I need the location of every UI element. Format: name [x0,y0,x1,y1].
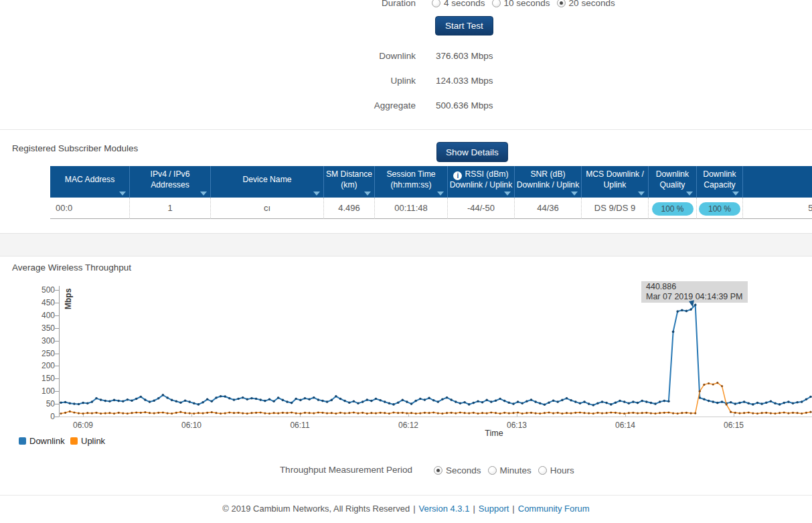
column-header-snr-db-downlink-uplink[interactable]: SNR (dB) Downlink / Uplink [515,166,582,198]
radio-icon[interactable] [434,466,442,475]
radio-period-minutes[interactable]: Minutes [488,465,532,475]
column-header-mcs-downlink-uplink[interactable]: MCS Downlink / Uplink [582,166,649,198]
column-header-ipv4-ipv6-addresses[interactable]: IPv4 / IPv6 Addresses [130,166,211,198]
legend-uplink-label: Uplink [81,436,105,446]
downlink-marker [632,400,635,403]
throughput-plot[interactable] [60,287,812,418]
downlink-marker [738,402,741,404]
uplink-marker [770,413,772,415]
uplink-line [61,383,811,414]
downlink-label: Downlink [268,51,416,61]
column-header-mac-address[interactable]: MAC Address [50,166,130,198]
downlink-marker [237,398,240,400]
uplink-marker [331,412,333,414]
column-header-downlink-quality[interactable]: Downlink Quality [649,166,697,198]
downlink-marker [255,398,258,400]
sort-arrow-icon[interactable] [200,192,207,196]
info-icon[interactable]: i [453,171,462,180]
uplink-marker [734,412,736,414]
column-header-device-name[interactable]: Device Name [211,166,324,198]
radio-icon[interactable] [557,0,566,7]
uplink-marker [238,412,240,414]
radio-duration-20-seconds[interactable]: 20 seconds [557,0,615,8]
sort-arrow-icon[interactable] [313,192,320,196]
uplink-marker [135,411,137,413]
show-details-button[interactable]: Show Details [436,142,508,162]
uplink-marker [317,411,319,413]
aggregate-value: 500.636 Mbps [436,100,493,110]
uplink-marker [380,412,382,414]
sort-arrow-icon[interactable] [571,192,578,196]
downlink-marker [583,400,586,403]
downlink-marker [166,396,169,399]
table-cell: 4.496 [324,198,375,219]
table-cell: 00:11:48 [375,198,448,219]
uplink-marker [402,412,404,414]
uplink-marker [410,412,412,414]
sort-arrow-icon[interactable] [732,192,739,196]
footer-link-support[interactable]: Support [479,504,509,514]
footer-link-community-forum[interactable]: Community Forum [518,504,590,514]
downlink-marker [184,399,187,402]
radio-period-seconds[interactable]: Seconds [434,465,481,475]
downlink-line [61,305,811,405]
y-tick-mark [55,328,59,329]
sort-arrow-icon[interactable] [364,192,371,196]
legend-uplink[interactable]: Uplink [70,436,105,446]
radio-duration-4-seconds[interactable]: 4 seconds [432,0,485,8]
start-test-button[interactable]: Start Test [435,16,493,35]
downlink-marker [73,402,76,405]
uplink-marker [242,413,244,415]
downlink-marker [659,400,661,403]
column-header-session-time-hh-mm-ss-[interactable]: Session Time (hh:mm:ss) [375,166,448,198]
sort-arrow-icon[interactable] [504,192,511,196]
column-header-sm-distance-km-[interactable]: SM Distance (km) [324,166,375,198]
downlink-marker [787,400,790,403]
downlink-marker [796,401,799,404]
sort-arrow-icon[interactable] [686,192,693,196]
uplink-marker [544,412,546,414]
uplink-marker [113,413,115,415]
radio-icon[interactable] [488,466,497,475]
uplink-marker [579,411,581,413]
uplink-marker [455,413,457,415]
downlink-marker [91,400,94,403]
uplink-marker [255,412,257,414]
uplink-marker [260,411,262,413]
column-header-downlink-capacity[interactable]: Downlink Capacity [697,166,743,198]
y-tick-label: 300 [32,336,55,346]
downlink-marker [463,401,466,404]
uplink-marker [508,413,510,415]
uplink-marker [530,412,532,414]
radio-period-hours[interactable]: Hours [538,465,574,475]
downlink-marker [574,400,577,403]
downlink-marker [615,401,617,404]
radio-icon[interactable] [492,0,501,7]
sort-arrow-icon[interactable] [638,192,645,196]
uplink-marker [797,412,799,414]
column-header-rssi-dbm-downlink-uplink[interactable]: iRSSI (dBm) Downlink / Uplink [448,166,515,198]
uplink-marker [220,413,222,415]
uplink-marker [685,412,687,414]
column-header-extra[interactable] [743,166,812,198]
y-tick-mark [55,354,59,354]
sort-arrow-icon[interactable] [437,192,444,196]
downlink-marker [774,402,777,405]
uplink-marker [681,412,683,414]
downlink-marker [188,400,191,403]
footer-link-version-4-3-1[interactable]: Version 4.3.1 [419,504,470,514]
uplink-marker [517,411,519,413]
radio-icon[interactable] [432,0,440,7]
uplink-marker [361,412,363,414]
downlink-capacity-badge: 100 % [699,202,740,216]
sort-arrow-icon[interactable] [119,192,126,196]
radio-icon[interactable] [538,466,547,475]
uplink-marker [250,412,252,414]
uplink-marker [353,411,355,413]
downlink-marker [747,402,750,405]
legend-downlink[interactable]: Downlink [19,436,65,446]
column-header-label: Downlink Quality [650,169,695,191]
downlink-marker [215,396,218,399]
downlink-marker [228,397,231,400]
radio-duration-10-seconds[interactable]: 10 seconds [492,0,550,8]
